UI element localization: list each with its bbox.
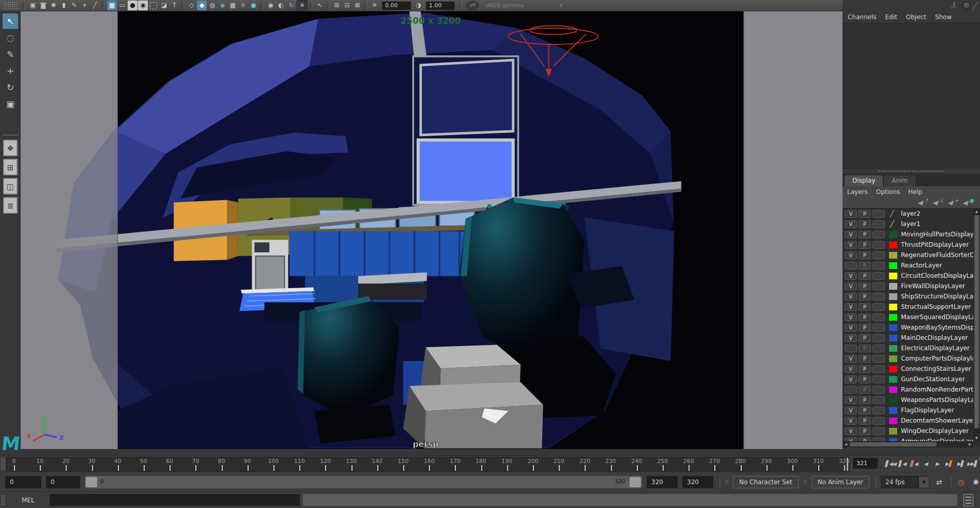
layer-display-type-toggle[interactable] [872, 376, 885, 383]
exposure-field[interactable]: 0.00 [382, 2, 411, 10]
playback-loop-icon[interactable]: ⇄ [934, 478, 944, 486]
layer-display-type-toggle[interactable] [872, 241, 885, 249]
layer-row[interactable]: V P DecomtamShowerLayer [843, 415, 973, 426]
shaded-mode-icon[interactable]: ◆ [197, 1, 207, 10]
layer-editor-menu-item[interactable]: Layers [847, 188, 868, 196]
layer-name[interactable]: RegenativeFluidSorterDisplayL [901, 251, 973, 259]
layer-row[interactable]: V P CircuitClosetsDisplayLayer [843, 271, 973, 281]
layer-visibility-toggle[interactable]: V [845, 282, 857, 290]
layer-row[interactable]: V P RegenativeFluidSorterDisplayL [843, 250, 973, 260]
layer-display-type-toggle[interactable] [872, 438, 885, 442]
paste-icon[interactable]: ⊟ [342, 1, 352, 10]
layer-playback-toggle[interactable]: P [859, 376, 871, 383]
layer-visibility-toggle[interactable]: V [845, 365, 857, 373]
layer-display-type-toggle[interactable] [872, 220, 885, 228]
scale-tool[interactable]: ▣ [3, 96, 18, 112]
layer-name[interactable]: layer1 [901, 220, 921, 228]
view-transform-dropdown[interactable]: sRGB gamma ▼ [481, 1, 567, 10]
layer-playback-toggle[interactable]: P [859, 334, 871, 342]
layer-row[interactable]: V P StructualSupportLayer [843, 302, 973, 312]
layer-playback-toggle[interactable]: P [859, 355, 871, 363]
layer-visibility-toggle[interactable]: V [845, 417, 857, 425]
layer-color-swatch[interactable] [889, 211, 897, 217]
layer-display-type-toggle[interactable] [872, 251, 885, 259]
layer-color-swatch[interactable] [889, 273, 897, 279]
layer-display-type-toggle[interactable] [872, 293, 885, 301]
time-ruler[interactable]: 0102030405060708090100110120130140150160… [6, 457, 850, 472]
playback-end-field[interactable]: 320 [647, 476, 678, 488]
character-set-dropdown[interactable]: No Character Set [733, 476, 799, 488]
move-tool[interactable]: + [3, 63, 18, 79]
add-layer-from-selected-icon[interactable]: ◀● [962, 199, 974, 207]
layer-display-type-toggle[interactable] [872, 272, 885, 280]
scroll-left-arrow[interactable]: ◀ [843, 441, 849, 447]
layer-name[interactable]: ThrustPitDisplayLayer [901, 241, 969, 248]
pen-icon[interactable]: ╱ [90, 1, 100, 10]
layer-row[interactable]: V P MainDecDisplayLayer [843, 333, 973, 343]
animation-preferences-button[interactable]: ✱ [971, 478, 980, 486]
lighting-icon[interactable]: ☼ [238, 1, 248, 10]
layer-name[interactable]: MaserSquaredDisplayLayer [901, 313, 973, 321]
camera-bookmark-icon[interactable]: ▣ [28, 1, 38, 10]
snap-to-grid-icon[interactable]: ▦ [107, 1, 117, 10]
script-editor-button[interactable] [963, 494, 973, 506]
layer-visibility-toggle[interactable]: V [845, 438, 857, 442]
quill-icon[interactable]: ✎ [69, 1, 79, 10]
contrast-icon[interactable]: ◑ [414, 1, 423, 10]
layer-playback-toggle[interactable]: P [859, 407, 871, 414]
layer-visibility-toggle[interactable]: V [845, 251, 857, 259]
layer-name[interactable]: ArmouryDecDisplayLayer [901, 438, 973, 441]
shadows-icon[interactable]: ● [249, 1, 258, 10]
layer-editor-tab[interactable]: Display [845, 175, 883, 186]
layer-color-swatch[interactable] [889, 386, 897, 393]
layer-row[interactable]: P ReactorLayer [843, 260, 973, 271]
layer-row[interactable]: V P FireWallDisplayLayer [843, 281, 973, 291]
layer-row[interactable]: V P MovingHullPartsDisplayLayer [843, 229, 973, 240]
chevron-down-icon[interactable]: ▽ [725, 480, 728, 485]
scroll-down-arrow[interactable]: ▼ [973, 435, 980, 441]
checker-icon[interactable]: ▩ [228, 1, 238, 10]
current-frame-field[interactable]: 321 [853, 458, 878, 469]
layer-display-type-toggle[interactable] [872, 386, 885, 394]
layer-visibility-toggle[interactable] [845, 345, 857, 352]
layer-row[interactable]: V P layer2 [843, 208, 973, 219]
layer-row[interactable]: P RandomNonRenderPartsLayer [843, 384, 973, 395]
layer-display-type-toggle[interactable] [872, 345, 885, 352]
type-tool-icon[interactable]: T [170, 1, 179, 10]
layer-color-swatch[interactable] [889, 407, 897, 414]
layer-row[interactable]: V P ConnectingStairsLayer [843, 364, 973, 374]
bookmark-icon[interactable]: ▮ [59, 1, 69, 10]
gamma-field[interactable]: 1.00 [426, 2, 455, 10]
layer-visibility-toggle[interactable]: V [845, 407, 857, 414]
anim-layer-dropdown[interactable]: No Anim Layer [811, 476, 869, 488]
layer-display-type-toggle[interactable] [872, 417, 885, 425]
layer-name[interactable]: FlagDisplayLayer [901, 407, 954, 414]
component-mode-icon[interactable]: ◉ [138, 1, 148, 10]
time-slider-grip[interactable] [1, 458, 5, 470]
layer-display-type-toggle[interactable] [872, 396, 885, 404]
image-plane-icon[interactable]: ◪ [159, 1, 169, 10]
layer-playback-toggle[interactable]: P [859, 262, 871, 270]
layer-name[interactable]: layer2 [901, 210, 921, 217]
horizontal-scroll-thumb[interactable] [850, 442, 937, 446]
chevron-down-icon[interactable]: ▼ [919, 476, 929, 488]
layer-name[interactable]: MovingHullPartsDisplayLayer [901, 231, 973, 238]
layer-visibility-toggle[interactable]: V [845, 334, 857, 342]
film-gate-icon[interactable]: ▭ [117, 1, 127, 10]
layer-row[interactable]: V P layer1 [843, 219, 973, 229]
layer-playback-toggle[interactable]: P [859, 220, 871, 228]
layer-color-swatch[interactable] [889, 283, 897, 290]
layer-visibility-toggle[interactable]: V [845, 324, 857, 332]
layer-playback-toggle[interactable]: P [859, 427, 871, 435]
layer-display-type-toggle[interactable] [872, 262, 885, 270]
layer-playback-toggle[interactable]: P [859, 345, 871, 352]
layer-editor-menu-item[interactable]: Help [908, 188, 922, 196]
channel-box-menu-item[interactable]: Object [906, 13, 926, 21]
layer-name[interactable]: StructualSupportLayer [901, 303, 971, 310]
channel-box-menu-item[interactable]: Show [935, 13, 952, 21]
animation-end-field[interactable]: 320 [682, 476, 713, 488]
separator[interactable] [327, 2, 330, 10]
layer-name[interactable]: ElectricalDisplayLayer [901, 345, 970, 352]
layer-visibility-toggle[interactable]: V [845, 313, 857, 321]
layer-display-type-toggle[interactable] [872, 355, 885, 363]
